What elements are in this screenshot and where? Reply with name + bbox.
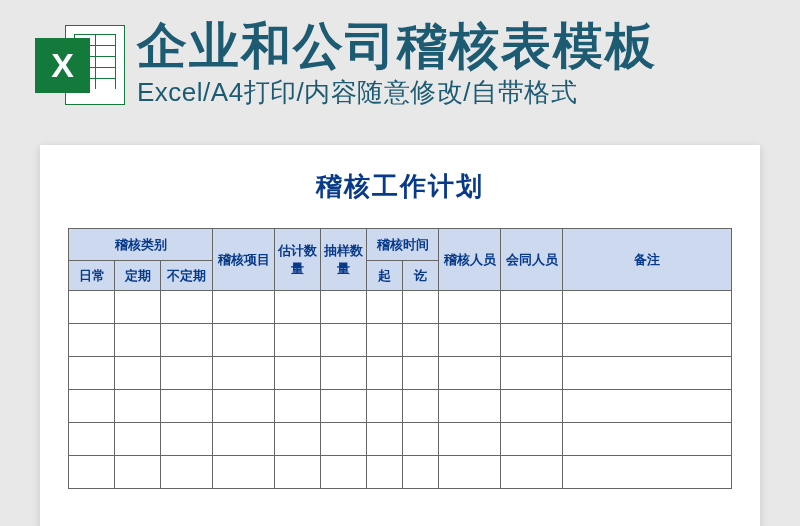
col-remarks: 备注 — [563, 229, 732, 291]
table-row — [69, 357, 732, 390]
col-category-periodic: 定期 — [115, 261, 161, 291]
table-cell — [275, 357, 321, 390]
table-cell — [403, 456, 439, 489]
table-cell — [321, 456, 367, 489]
table-cell — [403, 423, 439, 456]
table-cell — [161, 390, 213, 423]
table-cell — [275, 423, 321, 456]
col-category-daily: 日常 — [69, 261, 115, 291]
table-cell — [403, 291, 439, 324]
table-cell — [275, 456, 321, 489]
table-cell — [501, 357, 563, 390]
table-cell — [213, 456, 275, 489]
table-cell — [275, 324, 321, 357]
table-cell — [213, 324, 275, 357]
table-row — [69, 291, 732, 324]
table-cell — [321, 423, 367, 456]
table-cell — [439, 357, 501, 390]
table-cell — [321, 390, 367, 423]
table-cell — [501, 324, 563, 357]
table-cell — [367, 357, 403, 390]
table-cell — [115, 291, 161, 324]
table-cell — [439, 291, 501, 324]
table-cell — [367, 390, 403, 423]
table-cell — [115, 423, 161, 456]
table-cell — [275, 390, 321, 423]
table-cell — [69, 324, 115, 357]
col-time-from: 起 — [367, 261, 403, 291]
table-row — [69, 423, 732, 456]
table-cell — [115, 456, 161, 489]
table-cell — [403, 390, 439, 423]
table-cell — [115, 390, 161, 423]
table-cell — [563, 291, 732, 324]
table-cell — [69, 357, 115, 390]
table-cell — [321, 291, 367, 324]
table-cell — [367, 423, 403, 456]
table-cell — [161, 423, 213, 456]
table-cell — [213, 423, 275, 456]
table-cell — [321, 324, 367, 357]
table-cell — [403, 357, 439, 390]
main-title: 企业和公司稽核表模板 — [137, 20, 657, 73]
table-cell — [69, 423, 115, 456]
table-cell — [367, 324, 403, 357]
table-cell — [69, 291, 115, 324]
table-cell — [563, 423, 732, 456]
table-header: 稽核类别 稽核项目 估计数量 抽样数量 稽核时间 稽核人员 会同人员 备注 日常… — [69, 229, 732, 291]
table-cell — [367, 291, 403, 324]
excel-icon: X — [35, 20, 125, 110]
table-cell — [403, 324, 439, 357]
col-auditor: 稽核人员 — [439, 229, 501, 291]
document-preview: 稽核工作计划 稽核类别 稽核项目 估计数量 抽样数量 稽核时间 稽核人员 会同人… — [40, 145, 760, 526]
table-cell — [563, 357, 732, 390]
table-cell — [439, 423, 501, 456]
audit-plan-table: 稽核类别 稽核项目 估计数量 抽样数量 稽核时间 稽核人员 会同人员 备注 日常… — [68, 228, 732, 489]
table-cell — [69, 390, 115, 423]
template-header: X 企业和公司稽核表模板 Excel/A4打印/内容随意修改/自带格式 — [0, 0, 800, 130]
title-block: 企业和公司稽核表模板 Excel/A4打印/内容随意修改/自带格式 — [137, 20, 657, 110]
table-cell — [275, 291, 321, 324]
table-cell — [439, 324, 501, 357]
table-cell — [501, 423, 563, 456]
excel-icon-letter: X — [35, 38, 90, 93]
table-cell — [161, 291, 213, 324]
table-cell — [69, 456, 115, 489]
table-cell — [439, 456, 501, 489]
table-cell — [213, 390, 275, 423]
table-row — [69, 324, 732, 357]
col-category-group: 稽核类别 — [69, 229, 213, 261]
table-cell — [501, 390, 563, 423]
table-cell — [563, 324, 732, 357]
table-cell — [161, 324, 213, 357]
col-category-nonperiodic: 不定期 — [161, 261, 213, 291]
table-cell — [213, 357, 275, 390]
table-row — [69, 456, 732, 489]
table-cell — [213, 291, 275, 324]
table-cell — [501, 291, 563, 324]
col-sample-qty: 抽样数量 — [321, 229, 367, 291]
table-cell — [501, 456, 563, 489]
table-cell — [563, 390, 732, 423]
table-cell — [563, 456, 732, 489]
table-cell — [321, 357, 367, 390]
col-co-auditor: 会同人员 — [501, 229, 563, 291]
col-estimate-qty: 估计数量 — [275, 229, 321, 291]
table-cell — [367, 456, 403, 489]
table-row — [69, 390, 732, 423]
table-body — [69, 291, 732, 489]
table-cell — [439, 390, 501, 423]
subtitle: Excel/A4打印/内容随意修改/自带格式 — [137, 75, 657, 110]
col-time-group: 稽核时间 — [367, 229, 439, 261]
col-time-to: 讫 — [403, 261, 439, 291]
table-cell — [161, 357, 213, 390]
table-cell — [115, 357, 161, 390]
table-cell — [115, 324, 161, 357]
document-title: 稽核工作计划 — [68, 169, 732, 204]
col-project: 稽核项目 — [213, 229, 275, 291]
table-cell — [161, 456, 213, 489]
